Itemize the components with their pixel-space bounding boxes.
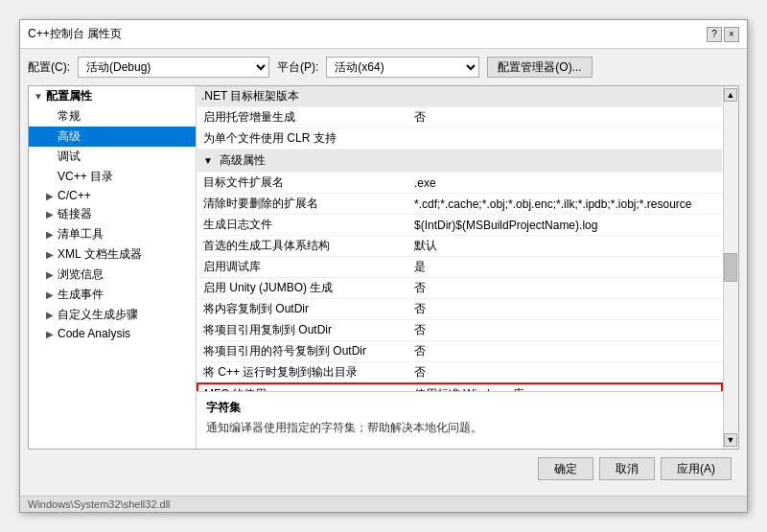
right-panel-wrapper: .NET 目标框架版本 启用托管增量生成 否 为单个文件使用 CLR 支持 [197, 86, 723, 449]
tree-item-config-props[interactable]: ▼ 配置属性 [29, 86, 196, 106]
prop-row: 启用托管增量生成 否 [198, 107, 722, 128]
scroll-thumb[interactable] [724, 253, 737, 282]
config-manager-button[interactable]: 配置管理器(O)... [487, 57, 592, 78]
tree-item-general[interactable]: 常规 [29, 106, 196, 127]
section-dotnet: .NET 目标框架版本 [198, 86, 722, 107]
tree-item-linker[interactable]: ▶ 链接器 [29, 204, 196, 224]
tree-item-custom-build[interactable]: ▶ 自定义生成步骤 [29, 305, 196, 325]
main-area: ▼ 配置属性 常规 高级 调试 VC++ 目录 [28, 85, 739, 450]
prop-row: 为单个文件使用 CLR 支持 [198, 128, 722, 150]
dialog-window: C++控制台 属性页 ? × 配置(C): 活动(Debug) 平台(P): 活… [19, 19, 748, 513]
props-table: .NET 目标框架版本 启用托管增量生成 否 为单个文件使用 CLR 支持 [197, 86, 723, 391]
description-title: 字符集 [206, 400, 713, 416]
tree-item-advanced[interactable]: 高级 [29, 127, 196, 147]
tree-item-xml[interactable]: ▶ XML 文档生成器 [29, 244, 196, 265]
bottom-bar: 确定 取消 应用(A) [28, 450, 739, 488]
prop-row: 首选的生成工具体系结构 默认 [198, 236, 722, 257]
tree-item-build-events[interactable]: ▶ 生成事件 [29, 285, 196, 305]
tree-item-vc-dirs[interactable]: VC++ 目录 [29, 167, 196, 187]
prop-row: 将项目引用的符号复制到 OutDir 否 [198, 341, 722, 362]
prop-row-mfc[interactable]: MFC 的使用 使用标准 Windows 库 [198, 383, 722, 391]
status-text: Windows\System32\shell32.dll [28, 498, 171, 510]
config-select[interactable]: 活动(Debug) [78, 57, 269, 78]
dialog-body: 配置(C): 活动(Debug) 平台(P): 活动(x64) 配置管理器(O)… [20, 49, 747, 496]
dialog-title: C++控制台 属性页 [28, 26, 122, 42]
tree-item-manifest[interactable]: ▶ 清单工具 [29, 224, 196, 244]
tree-item-debug[interactable]: 调试 [29, 147, 196, 167]
prop-row: 启用调试库 是 [198, 257, 722, 278]
prop-row: 启用 Unity (JUMBO) 生成 否 [198, 278, 722, 299]
scroll-down-button[interactable]: ▼ [724, 433, 737, 447]
apply-button[interactable]: 应用(A) [661, 457, 732, 480]
prop-row: 将项目引用复制到 OutDir 否 [198, 320, 722, 341]
prop-row: 生成日志文件 $(IntDir)$(MSBuildProjectName).lo… [198, 215, 722, 236]
scroll-up-button[interactable]: ▲ [724, 88, 737, 102]
scrollbar[interactable]: ▲ ▼ [723, 86, 738, 449]
description-text: 通知编译器使用指定的字符集；帮助解决本地化问题。 [206, 420, 713, 436]
tree-item-cpp[interactable]: ▶ C/C++ [29, 187, 196, 204]
prop-row: 清除时要删除的扩展名 *.cdf;*.cache;*.obj;*.obj.enc… [198, 194, 722, 215]
tree-item-code-analysis[interactable]: ▶ Code Analysis [29, 325, 196, 342]
prop-row: 目标文件扩展名 .exe [198, 173, 722, 194]
right-panel: .NET 目标框架版本 启用托管增量生成 否 为单个文件使用 CLR 支持 [197, 86, 723, 391]
status-bar: Windows\System32\shell32.dll [20, 496, 747, 512]
title-bar-buttons: ? × [707, 27, 739, 42]
platform-select[interactable]: 活动(x64) [326, 57, 479, 78]
section-advanced: ▼ 高级属性 [198, 150, 722, 173]
prop-row: 将 C++ 运行时复制到输出目录 否 [198, 362, 722, 384]
left-panel: ▼ 配置属性 常规 高级 调试 VC++ 目录 [29, 86, 197, 449]
platform-label: 平台(P): [277, 59, 318, 76]
expand-icon: ▼ [33, 91, 44, 103]
close-button[interactable]: × [724, 27, 739, 42]
config-row: 配置(C): 活动(Debug) 平台(P): 活动(x64) 配置管理器(O)… [28, 57, 739, 78]
cancel-button[interactable]: 取消 [599, 457, 655, 480]
ok-button[interactable]: 确定 [538, 457, 593, 480]
config-label: 配置(C): [28, 59, 70, 76]
title-bar: C++控制台 属性页 ? × [20, 20, 747, 49]
description-area: 字符集 通知编译器使用指定的字符集；帮助解决本地化问题。 [197, 391, 723, 449]
tree-item-browse[interactable]: ▶ 浏览信息 [29, 265, 196, 285]
prop-row: 将内容复制到 OutDir 否 [198, 299, 722, 320]
help-button[interactable]: ? [707, 27, 722, 42]
